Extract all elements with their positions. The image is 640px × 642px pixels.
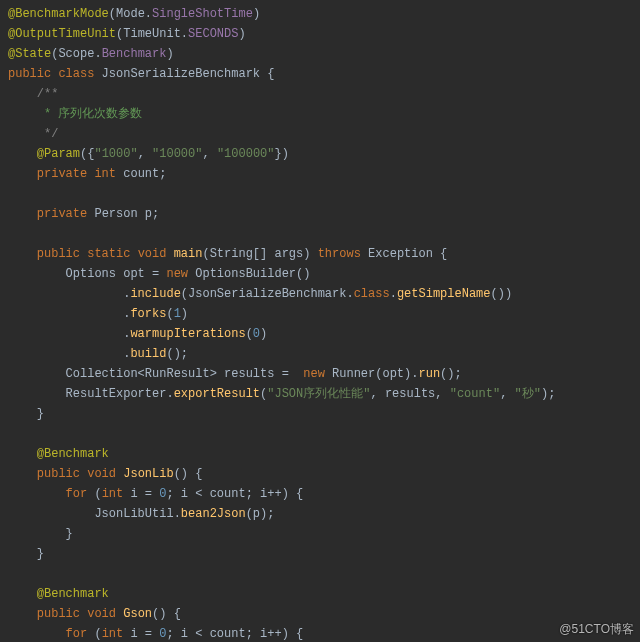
watermark: @51CTO博客 (559, 621, 634, 638)
code-block: @BenchmarkMode(Mode.SingleShotTime) @Out… (0, 0, 640, 642)
annotation: @State (8, 47, 51, 61)
annotation: @BenchmarkMode (8, 7, 109, 21)
annotation: @Benchmark (37, 447, 109, 461)
doc-comment: * 序列化次数参数 (8, 107, 142, 121)
annotation: @Param (37, 147, 80, 161)
annotation: @OutputTimeUnit (8, 27, 116, 41)
doc-comment: */ (8, 127, 58, 141)
doc-comment: /** (8, 87, 58, 101)
annotation: @Benchmark (37, 587, 109, 601)
